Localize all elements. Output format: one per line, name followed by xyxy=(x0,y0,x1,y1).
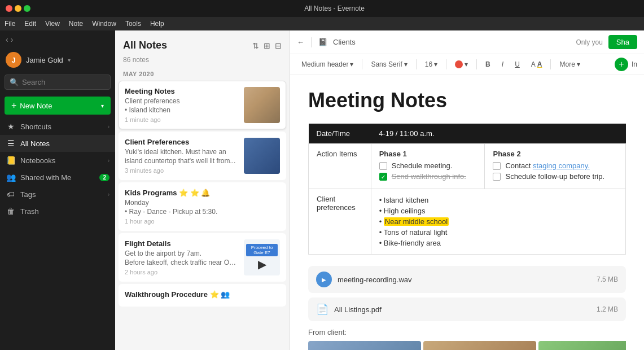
note-subtitle: Client preferences xyxy=(125,97,239,105)
note-item-meeting-notes[interactable]: Meeting Notes Client preferences • Islan… xyxy=(119,81,286,129)
search-bar[interactable]: 🔍 Search xyxy=(5,75,111,90)
checkbox-unchecked-icon[interactable] xyxy=(379,162,387,170)
font-size-selector[interactable]: 16 ▾ xyxy=(420,58,442,71)
sidebar-item-tags[interactable]: 🏷 Tags › xyxy=(0,186,115,203)
filter-icon[interactable]: ⊞ xyxy=(264,41,270,50)
editor-topbar: ← 📓 Clients Only you Sha xyxy=(290,30,644,54)
notebook-name[interactable]: Clients xyxy=(333,38,356,46)
font-size-label: 16 xyxy=(425,60,432,68)
color-chevron-icon: ▾ xyxy=(465,60,468,68)
back-nav-icon[interactable]: ← xyxy=(297,38,304,46)
close-btn[interactable] xyxy=(6,5,12,12)
phase1-label: Phase 1 xyxy=(379,150,477,158)
star-icon: ⭐ ⭐ 🔔 xyxy=(179,189,210,197)
share-button[interactable]: Sha xyxy=(608,35,637,49)
toolbar-separator xyxy=(550,59,551,69)
user-chevron-icon: ▾ xyxy=(68,57,71,63)
note-thumbnail xyxy=(244,87,280,123)
sidebar-item-notebooks[interactable]: 📒 Notebooks › xyxy=(0,152,115,169)
note-excerpt: island countertop that's well lit from..… xyxy=(125,157,239,165)
menu-file[interactable]: File xyxy=(5,20,15,28)
italic-button[interactable]: I xyxy=(497,58,508,71)
sidebar-item-shortcuts[interactable]: ★ Shortcuts › xyxy=(0,118,115,135)
checkbox-unchecked-icon[interactable] xyxy=(493,173,501,181)
note-item-flight-details[interactable]: Flight Details Get to the airport by 7am… xyxy=(119,233,286,282)
note-item-walkthrough[interactable]: Walkthrough Procedure ⭐ 👥 xyxy=(119,284,286,307)
insert-label: In xyxy=(632,60,637,68)
checkbox-contact[interactable]: Contact staging company. xyxy=(493,161,617,170)
list-item: Near middle school xyxy=(379,216,617,227)
heading-selector[interactable]: Medium header ▾ xyxy=(297,58,358,71)
checkbox-followup[interactable]: Schedule follow-up before trip. xyxy=(493,172,617,181)
attachment-size: 7.5 MB xyxy=(597,275,618,283)
note-list-tools: ⇅ ⊞ ⊟ xyxy=(252,41,282,50)
heading-label: Medium header xyxy=(301,60,348,68)
checkbox-label: Schedule meeting. xyxy=(392,161,453,170)
more-button[interactable]: More ▾ xyxy=(555,58,584,71)
highlight-button[interactable]: A A xyxy=(527,58,547,71)
note-subtitle: Yuki's ideal kitchen. Must have an xyxy=(125,148,239,156)
bold-button[interactable]: B xyxy=(481,58,495,71)
client-image-1 xyxy=(308,341,421,350)
menu-tools[interactable]: Tools xyxy=(125,20,141,28)
toolbar-separator xyxy=(476,59,477,69)
list-item: Bike-friendly area xyxy=(379,238,617,248)
phase2-label: Phase 2 xyxy=(493,150,617,158)
menu-window[interactable]: Window xyxy=(92,20,116,28)
editor: ← 📓 Clients Only you Sha Medium header ▾… xyxy=(290,30,644,350)
underline-button[interactable]: U xyxy=(510,58,524,71)
attachment-pdf[interactable]: 📄 All Listings.pdf 1.2 MB xyxy=(308,298,626,321)
minimize-btn[interactable] xyxy=(15,5,21,12)
menu-note[interactable]: Note xyxy=(69,20,83,28)
menubar: File Edit View Note Window Tools Help xyxy=(0,17,644,30)
notebooks-expand-icon: › xyxy=(108,158,109,164)
sidebar-shortcuts-label: Shortcuts xyxy=(20,123,103,131)
sort-icon[interactable]: ⇅ xyxy=(252,41,259,50)
client-prefs-content: Island kitchen High ceilings Near middle… xyxy=(371,189,625,255)
user-menu[interactable]: J Jamie Gold ▾ xyxy=(0,49,115,71)
sidebar-notebooks-label: Notebooks xyxy=(20,156,103,165)
note-thumbnail: Proceed to Gate E7 ▶ xyxy=(244,239,280,275)
note-item-kids-programs[interactable]: Kids Programs ⭐ ⭐ 🔔 Monday • Ray - Dance… xyxy=(119,182,286,231)
action-items-label: Action Items xyxy=(309,144,371,189)
menu-view[interactable]: View xyxy=(45,20,60,28)
sidebar-item-shared[interactable]: 👥 Shared with Me 2 xyxy=(0,169,115,186)
back-arrow[interactable]: ‹ xyxy=(6,35,8,44)
forward-arrow[interactable]: › xyxy=(11,35,14,44)
new-note-button[interactable]: + New Note ▾ xyxy=(5,97,111,115)
menu-help[interactable]: Help xyxy=(150,20,164,28)
note-title: Meeting Notes xyxy=(125,87,239,95)
sidebar-item-all-notes[interactable]: ☰ All Notes xyxy=(0,135,115,152)
play-icon[interactable]: ▶ xyxy=(316,272,332,287)
color-picker[interactable]: ▾ xyxy=(450,58,472,71)
back-forward-nav[interactable]: ‹ › xyxy=(6,35,13,44)
sidebar-item-trash[interactable]: 🗑 Trash xyxy=(0,203,115,220)
note-time: 2 hours ago xyxy=(125,269,239,275)
checkbox-checked-icon[interactable] xyxy=(379,173,387,181)
checkbox-schedule[interactable]: Schedule meeting. xyxy=(379,161,477,170)
note-title: Flight Details xyxy=(125,239,239,248)
view-icon[interactable]: ⊟ xyxy=(275,41,282,50)
checkbox-unchecked-icon[interactable] xyxy=(493,162,501,170)
maximize-btn[interactable] xyxy=(24,5,30,12)
staging-link[interactable]: staging company. xyxy=(533,161,590,170)
note-title-display: Meeting Notes xyxy=(308,89,626,112)
bullet-list: Island kitchen High ceilings Near middle… xyxy=(379,195,617,248)
note-list: All Notes ⇅ ⊞ ⊟ 86 notes MAY 2020 Meetin… xyxy=(115,30,290,350)
font-selector[interactable]: Sans Serif ▾ xyxy=(366,58,411,71)
insert-button[interactable]: + xyxy=(615,58,628,71)
checkbox-walkthrough[interactable]: Send walkthrough info. xyxy=(379,172,477,181)
sidebar: ‹ › J Jamie Gold ▾ 🔍 Search + New Note ▾… xyxy=(0,30,115,350)
highlight-label: A xyxy=(531,60,536,68)
editor-content[interactable]: Meeting Notes Date/Time 4-19 / 11:00 a.m… xyxy=(290,75,644,350)
note-date-group: MAY 2020 xyxy=(115,68,290,80)
new-note-chevron-icon: ▾ xyxy=(101,103,104,109)
note-thumbnail xyxy=(244,138,280,174)
note-excerpt: • Island kitchen xyxy=(125,106,239,114)
menu-edit[interactable]: Edit xyxy=(24,20,36,28)
window-controls[interactable] xyxy=(6,5,30,12)
attachment-audio[interactable]: ▶ meeting-recording.wav 7.5 MB xyxy=(308,266,626,293)
share-only-text: Only you xyxy=(576,38,603,46)
note-item-client-preferences[interactable]: Client Preferences Yuki's ideal kitchen.… xyxy=(119,132,286,180)
new-note-label: New Note xyxy=(20,102,101,110)
